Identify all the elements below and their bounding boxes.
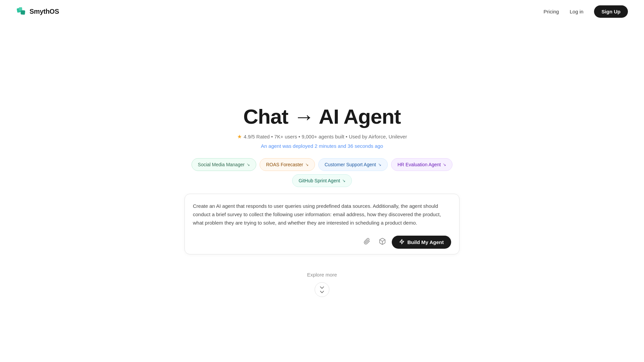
- svg-rect-2: [19, 7, 22, 10]
- agent-description-text[interactable]: Create an AI agent that responds to user…: [193, 202, 451, 229]
- svg-rect-1: [20, 10, 25, 15]
- template-button[interactable]: [376, 236, 388, 248]
- hero-subtitle-text: 4.9/5 Rated • 7K+ users • 9,000+ agents …: [244, 134, 407, 139]
- chip-social-media-manager[interactable]: Social Media Manager ↘: [192, 158, 256, 171]
- chip-github-label: GitHub Sprint Agent: [299, 178, 340, 183]
- header: SmythOS Pricing Log in Sign Up: [0, 0, 644, 23]
- deployed-link[interactable]: An agent was deployed 2 minutes and 36 s…: [261, 143, 383, 149]
- attach-icon: [364, 238, 370, 246]
- svg-marker-4: [400, 239, 404, 244]
- chips-row: Social Media Manager ↘ ROAS Forecaster ↘…: [171, 158, 473, 187]
- chip-roas-forecaster[interactable]: ROAS Forecaster ↘: [260, 158, 315, 171]
- chip-hr-evaluation[interactable]: HR Evaluation Agent ↘: [391, 158, 452, 171]
- template-icon: [379, 238, 386, 247]
- textarea-actions: Build My Agent: [193, 236, 451, 249]
- nav-login[interactable]: Log in: [570, 9, 583, 14]
- logo[interactable]: SmythOS: [16, 6, 59, 17]
- hero-subtitle: ★ 4.9/5 Rated • 7K+ users • 9,000+ agent…: [237, 133, 407, 140]
- chip-github-arrow: ↘: [342, 178, 345, 183]
- chip-hr-label: HR Evaluation Agent: [397, 162, 441, 167]
- chip-roas-label: ROAS Forecaster: [266, 162, 303, 167]
- chip-social-arrow: ↘: [247, 162, 250, 167]
- nav-pricing[interactable]: Pricing: [544, 9, 559, 14]
- attach-button[interactable]: [361, 236, 373, 248]
- signup-button[interactable]: Sign Up: [594, 5, 628, 18]
- nav: Pricing Log in Sign Up: [544, 5, 628, 18]
- logo-text: SmythOS: [30, 8, 59, 15]
- explore-label: Explore more: [307, 272, 337, 278]
- explore-section: Explore more: [307, 272, 337, 297]
- star-icon: ★: [237, 133, 242, 140]
- chip-social-label: Social Media Manager: [198, 162, 245, 167]
- build-agent-icon: [399, 239, 405, 245]
- chip-hr-arrow: ↘: [443, 162, 446, 167]
- chip-github-sprint[interactable]: GitHub Sprint Agent ↘: [292, 174, 352, 187]
- chip-support-label: Customer Support Agent: [325, 162, 376, 167]
- chip-roas-arrow: ↘: [305, 162, 309, 167]
- chevron-down-icon: [319, 284, 325, 295]
- chip-customer-support[interactable]: Customer Support Agent ↘: [318, 158, 388, 171]
- chip-support-arrow: ↘: [378, 162, 381, 167]
- explore-scroll-button[interactable]: [315, 282, 329, 297]
- build-agent-label: Build My Agent: [407, 239, 444, 245]
- build-agent-button[interactable]: Build My Agent: [392, 236, 451, 249]
- logo-icon: [16, 6, 27, 17]
- hero-section: Chat → AI Agent ★ 4.9/5 Rated • 7K+ user…: [171, 105, 473, 297]
- agent-input-box: Create an AI agent that responds to user…: [184, 194, 460, 254]
- main-content: Chat → AI Agent ★ 4.9/5 Rated • 7K+ user…: [0, 0, 644, 362]
- hero-title: Chat → AI Agent: [243, 105, 401, 128]
